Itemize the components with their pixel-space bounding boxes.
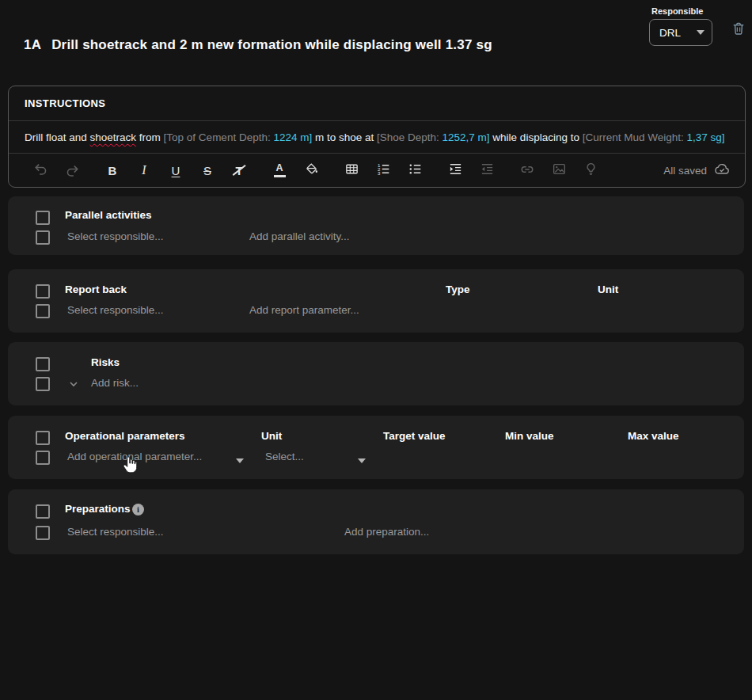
- arrow-drop-down-icon[interactable]: [236, 454, 244, 466]
- report-back-row-checkbox[interactable]: [36, 304, 50, 318]
- operational-row-checkbox[interactable]: [36, 451, 50, 465]
- image-icon: [552, 162, 567, 179]
- clear-formatting-icon: T: [235, 165, 242, 177]
- delete-activity-button[interactable]: [730, 21, 747, 38]
- parallel-activities-title: Parallel activities: [65, 209, 152, 221]
- operational-col-max: Max value: [628, 430, 679, 442]
- italic-button[interactable]: I: [135, 161, 154, 180]
- parallel-activities-row-checkbox[interactable]: [36, 230, 50, 245]
- preparations-card: Preparations i Select responsible... Add…: [8, 489, 744, 554]
- add-preparation-field[interactable]: Add preparation...: [344, 526, 429, 538]
- indent-decrease-icon: [480, 162, 495, 179]
- redo-button[interactable]: [63, 161, 82, 180]
- redo-icon: [65, 163, 80, 178]
- operational-parameters-card: Operational parameters Unit Target value…: [8, 416, 744, 479]
- report-back-title: Report back: [65, 283, 127, 295]
- operational-parameters-title: Operational parameters: [65, 430, 185, 442]
- preparations-select-responsible-field[interactable]: Select responsible...: [67, 526, 164, 538]
- bullet-list-button[interactable]: [405, 161, 424, 180]
- add-report-parameter-field[interactable]: Add report parameter...: [249, 304, 359, 316]
- page-title: 1ADrill shoetrack and 2 m new formation …: [24, 37, 492, 53]
- responsible-label: Responsible: [651, 6, 712, 16]
- operational-col-target: Target value: [383, 430, 446, 442]
- insert-link-button[interactable]: [518, 161, 537, 180]
- operational-col-unit: Unit: [261, 430, 282, 442]
- insert-table-button[interactable]: [342, 161, 361, 180]
- preparations-header-checkbox[interactable]: [36, 504, 50, 519]
- add-operational-parameter-select[interactable]: Add operational parameter...: [67, 451, 202, 462]
- instruction-segment: Drill float and: [25, 131, 90, 143]
- report-back-card: Report back Type Unit Select responsible…: [8, 269, 744, 333]
- table-icon: [344, 162, 359, 179]
- bold-icon: B: [108, 165, 117, 177]
- report-back-col-unit: Unit: [598, 283, 618, 295]
- responsible-value: DRL: [659, 27, 681, 39]
- operational-header-checkbox[interactable]: [36, 431, 50, 445]
- text-color-icon: A: [274, 163, 286, 177]
- indent-increase-icon: [448, 162, 463, 179]
- report-back-header-checkbox[interactable]: [36, 284, 50, 299]
- risks-title: Risks: [91, 356, 120, 368]
- undo-button[interactable]: [31, 161, 50, 180]
- token-value: 1224 m]: [273, 131, 312, 143]
- underline-button[interactable]: U: [166, 161, 185, 180]
- risks-header-checkbox[interactable]: [36, 357, 50, 371]
- instructions-panel: INSTRUCTIONS Drill float and shoetrack f…: [8, 86, 746, 188]
- report-select-responsible-field[interactable]: Select responsible...: [67, 304, 164, 316]
- operational-col-min: Min value: [505, 430, 554, 442]
- editor-toolbar: B I U S T A 123 All saved: [9, 154, 745, 187]
- instruction-segment: m to shoe at: [312, 131, 377, 143]
- insert-image-button[interactable]: [549, 161, 568, 180]
- text-color-button[interactable]: A: [270, 161, 289, 180]
- chevron-down-icon: [68, 380, 79, 392]
- save-status-label: All saved: [663, 165, 707, 177]
- report-back-col-type: Type: [446, 283, 470, 295]
- ordered-list-button[interactable]: 123: [374, 161, 393, 180]
- trash-icon: [731, 27, 746, 39]
- underline-icon: U: [172, 165, 180, 177]
- instruction-segment: from: [136, 131, 164, 143]
- lightbulb-icon: [583, 162, 598, 179]
- token-value: 1,37 sg]: [687, 131, 725, 143]
- instruction-segment: while displacing to: [490, 131, 583, 143]
- fill-color-button[interactable]: [302, 161, 321, 180]
- token-value: 1252,7 m]: [442, 131, 490, 143]
- clear-formatting-button[interactable]: T: [230, 161, 249, 180]
- paint-bucket-icon: [304, 162, 319, 179]
- parallel-activities-header-checkbox[interactable]: [36, 211, 50, 225]
- instructions-editor[interactable]: Drill float and shoetrack from [Top of C…: [9, 121, 745, 154]
- responsible-select-group: Responsible DRL: [649, 6, 712, 46]
- token-label: [Current Mud Weight:: [583, 131, 687, 143]
- token-label: [Shoe Depth:: [377, 131, 442, 143]
- risks-card: Risks Add risk...: [8, 342, 744, 405]
- ordered-list-icon: 123: [376, 162, 391, 179]
- indent-decrease-button[interactable]: [477, 161, 496, 180]
- indent-increase-button[interactable]: [446, 161, 465, 180]
- undo-icon: [33, 162, 48, 179]
- strikethrough-icon: S: [203, 165, 211, 177]
- svg-text:3: 3: [377, 170, 380, 176]
- bullet-list-icon: [408, 162, 423, 179]
- responsible-select[interactable]: DRL: [649, 19, 712, 46]
- italic-icon: I: [142, 164, 146, 177]
- cloud-done-icon: [713, 161, 731, 181]
- unit-select[interactable]: Select...: [265, 451, 304, 462]
- link-icon: [519, 162, 535, 180]
- parallel-activities-card: Parallel activities Select responsible..…: [8, 196, 744, 255]
- instruction-segment-misspelled: shoetrack: [90, 131, 137, 143]
- save-status: All saved: [663, 161, 731, 181]
- info-icon[interactable]: i: [132, 504, 144, 515]
- strikethrough-button[interactable]: S: [198, 161, 217, 180]
- risks-row-checkbox[interactable]: [36, 377, 50, 391]
- bold-button[interactable]: B: [103, 161, 122, 180]
- preparations-row-checkbox[interactable]: [36, 526, 50, 540]
- parallel-select-responsible-field[interactable]: Select responsible...: [67, 230, 164, 242]
- activity-code: 1A: [24, 37, 41, 52]
- add-parallel-activity-field[interactable]: Add parallel activity...: [249, 230, 350, 242]
- add-risk-field[interactable]: Add risk...: [91, 377, 139, 389]
- arrow-drop-down-icon[interactable]: [358, 454, 366, 466]
- suggestion-button[interactable]: [581, 161, 600, 180]
- arrow-drop-down-icon: [697, 30, 705, 35]
- activity-title: Drill shoetrack and 2 m new formation wh…: [51, 37, 492, 52]
- risks-expand-button[interactable]: [68, 379, 79, 392]
